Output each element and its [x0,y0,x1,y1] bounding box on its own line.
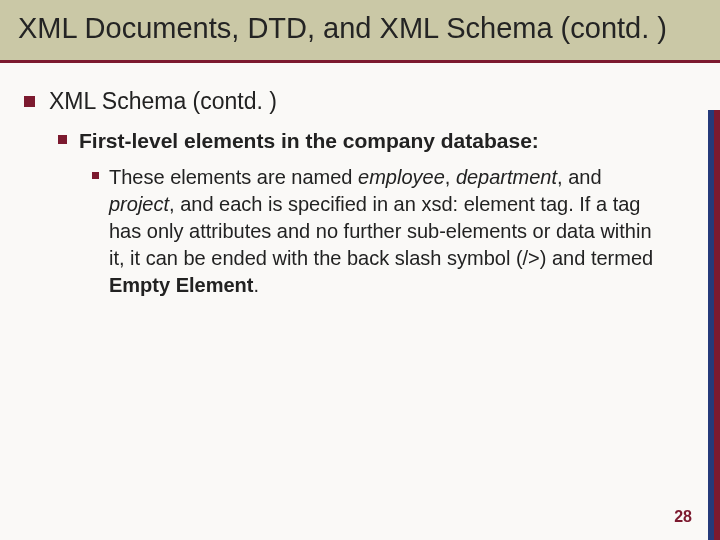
slide-title: XML Documents, DTD, and XML Schema (cont… [18,10,702,46]
text-fragment: , and [557,166,601,188]
bullet-level3: These elements are named employee, depar… [92,164,696,298]
text-fragment: These elements are named [109,166,358,188]
bold-term: Empty Element [109,274,253,296]
square-bullet-icon [24,96,35,107]
square-bullet-icon [92,172,99,179]
square-bullet-icon [58,135,67,144]
bullet-level2: First-level elements in the company data… [58,127,696,154]
level1-text: XML Schema (contd. ) [49,87,277,117]
text-fragment: , and each is specified in an xsd: eleme… [109,193,653,269]
italic-term: employee [358,166,445,188]
bullet-level1: XML Schema (contd. ) [24,87,696,117]
page-number: 28 [674,508,692,526]
level3-text: These elements are named employee, depar… [109,164,669,298]
slide: XML Documents, DTD, and XML Schema (cont… [0,0,720,540]
body-area: XML Schema (contd. ) First-level element… [0,63,720,298]
right-accent-bars [714,110,720,540]
text-fragment: . [253,274,259,296]
italic-term: project [109,193,169,215]
title-band: XML Documents, DTD, and XML Schema (cont… [0,0,720,60]
level2-text: First-level elements in the company data… [79,127,539,154]
italic-term: department [456,166,557,188]
text-fragment: , [445,166,456,188]
